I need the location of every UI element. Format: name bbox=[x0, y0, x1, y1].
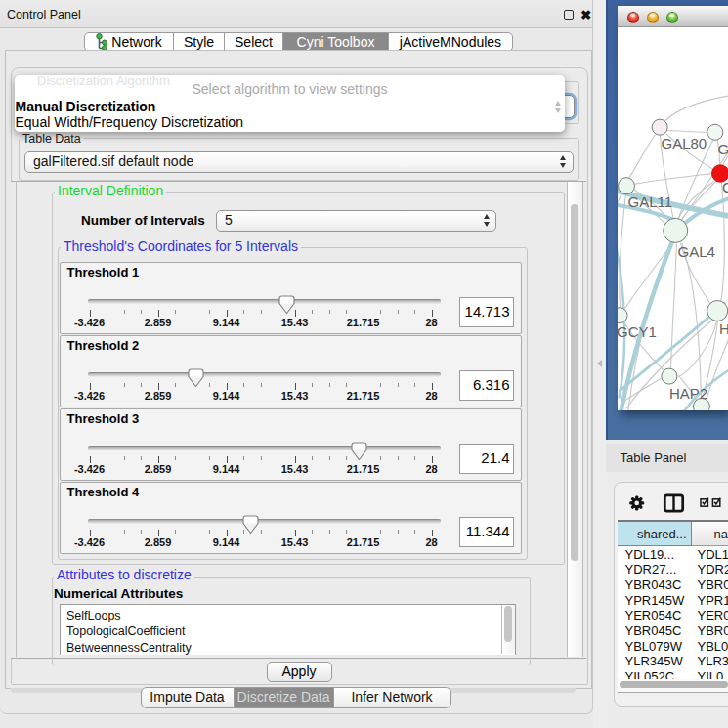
svg-text:GA: GA bbox=[717, 140, 728, 156]
svg-text:HAP2: HAP2 bbox=[669, 385, 707, 402]
svg-text:C: C bbox=[722, 178, 728, 194]
svg-text:H: H bbox=[719, 321, 728, 337]
svg-text:GAL80: GAL80 bbox=[661, 134, 707, 150]
svg-text:GAL11: GAL11 bbox=[627, 193, 672, 210]
svg-text:GAL4: GAL4 bbox=[677, 243, 714, 260]
svg-text:GCY1: GCY1 bbox=[618, 323, 657, 340]
